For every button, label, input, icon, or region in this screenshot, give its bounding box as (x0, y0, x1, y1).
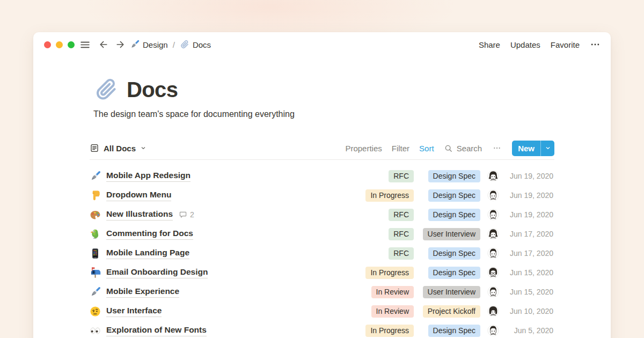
table-row[interactable]: New Illustrations 2 RFC Design Spec Jun … (90, 205, 554, 224)
breadcrumb-separator: / (173, 40, 175, 49)
point-down-icon (90, 190, 101, 201)
avatar (487, 286, 499, 298)
toolbar-item-filter[interactable]: Filter (392, 144, 409, 153)
row-date: Jun 5, 2020 (503, 326, 554, 335)
type-tag[interactable]: Design Spec (428, 325, 480, 337)
search-icon (444, 144, 453, 153)
row-date: Jun 17, 2020 (503, 230, 554, 238)
type-tag[interactable]: Design Spec (428, 247, 480, 260)
type-tag[interactable]: Project Kickoff (423, 305, 480, 318)
type-tag[interactable]: User Interview (423, 228, 480, 240)
table-row[interactable]: Exploration of New Fonts In Progress Des… (90, 321, 554, 338)
type-tag[interactable]: Design Spec (428, 189, 480, 202)
status-tag[interactable]: In Progress (365, 267, 414, 279)
paperclip-icon (180, 40, 189, 49)
table-row[interactable]: Mobile App Redesign RFC Design Spec Jun … (90, 166, 554, 186)
doc-title[interactable]: Mobile Landing Page (106, 247, 189, 259)
parrot-icon (90, 229, 101, 240)
doc-title[interactable]: Mobile App Redesign (106, 170, 191, 182)
chevron-down-icon (545, 145, 551, 151)
back-icon[interactable] (98, 39, 109, 50)
doc-title[interactable]: Mobile Experience (106, 286, 179, 298)
doc-title[interactable]: Commenting for Docs (106, 228, 193, 240)
status-tag[interactable]: In Progress (365, 325, 414, 337)
minimize-window-button[interactable] (56, 41, 63, 48)
doc-title[interactable]: Email Onboarding Design (106, 267, 208, 278)
mailbox-icon (90, 267, 101, 278)
row-date: Jun 19, 2020 (503, 172, 554, 180)
doc-title[interactable]: Dropdown Menu (106, 189, 171, 201)
row-date: Jun 10, 2020 (503, 307, 554, 315)
doc-title[interactable]: User Interface (106, 305, 162, 317)
paintbrush-icon (130, 40, 140, 49)
share-button[interactable]: Share (479, 40, 500, 49)
more-options-icon[interactable] (590, 39, 601, 50)
toolbar-item-sort[interactable]: Sort (419, 144, 434, 153)
row-date: Jun 17, 2020 (503, 249, 554, 258)
comment-icon (179, 210, 187, 219)
toolbar-item-properties[interactable]: Properties (345, 144, 382, 153)
docs-table: Mobile App Redesign RFC Design Spec Jun … (90, 166, 554, 338)
toolbar-more-icon[interactable] (493, 144, 501, 152)
breadcrumb: Design / Docs (130, 40, 211, 49)
search-button[interactable]: Search (444, 144, 482, 153)
breadcrumb-item-docs[interactable]: Docs (180, 40, 211, 49)
app-window: Design / Docs Share Updates Favorite Doc… (33, 32, 611, 338)
table-row[interactable]: Email Onboarding Design In Progress Desi… (90, 263, 554, 282)
favorite-button[interactable]: Favorite (551, 40, 580, 49)
status-tag[interactable]: RFC (389, 228, 414, 240)
view-selector[interactable]: All Docs (90, 143, 147, 153)
close-window-button[interactable] (44, 41, 51, 48)
avatar (487, 305, 499, 317)
table-row[interactable]: Dropdown Menu In Progress Design Spec Ju… (90, 186, 554, 205)
type-tag[interactable]: User Interview (423, 286, 480, 298)
view-label: All Docs (104, 144, 136, 153)
comment-count[interactable]: 2 (179, 210, 194, 219)
updates-button[interactable]: Updates (510, 40, 540, 49)
paperclip-icon (93, 77, 119, 102)
breadcrumb-item-design[interactable]: Design (130, 40, 168, 49)
status-tag[interactable]: RFC (389, 170, 414, 182)
new-button-label: New (512, 141, 540, 156)
list-view-icon (90, 143, 99, 153)
paintbrush-icon (90, 171, 101, 182)
status-tag[interactable]: In Review (371, 286, 414, 298)
type-tag[interactable]: Design Spec (428, 170, 480, 182)
table-row[interactable]: Commenting for Docs RFC User Interview J… (90, 224, 554, 244)
menu-icon[interactable] (79, 39, 91, 50)
new-dropdown-button[interactable] (541, 141, 554, 156)
forward-icon[interactable] (115, 39, 126, 50)
traffic-lights (44, 41, 75, 48)
avatar (487, 325, 499, 336)
table-toolbar: All Docs PropertiesFilterSort Search New (90, 140, 554, 156)
table-row[interactable]: Mobile Landing Page RFC Design Spec Jun … (90, 244, 554, 263)
row-date: Jun 15, 2020 (503, 268, 554, 277)
doc-title[interactable]: Exploration of New Fonts (106, 325, 207, 336)
page-subtitle: The design team's space for documenting … (90, 109, 554, 119)
status-tag[interactable]: In Progress (365, 189, 414, 202)
window-titlebar: Design / Docs Share Updates Favorite (33, 32, 611, 57)
zoom-window-button[interactable] (68, 41, 75, 48)
breadcrumb-label: Design (143, 40, 168, 49)
status-tag[interactable]: In Review (371, 305, 414, 318)
row-date: Jun 19, 2020 (503, 210, 554, 219)
type-tag[interactable]: Design Spec (428, 209, 480, 221)
doc-title[interactable]: New Illustrations (106, 209, 173, 221)
palette-icon (90, 209, 101, 221)
chevron-down-icon (140, 145, 147, 151)
avatar (487, 247, 499, 259)
row-date: Jun 19, 2020 (503, 191, 554, 200)
paintbrush-icon (90, 286, 101, 298)
status-tag[interactable]: RFC (389, 209, 414, 221)
status-tag[interactable]: RFC (389, 247, 414, 260)
page-title: Docs (127, 78, 178, 102)
table-divider (90, 159, 554, 160)
avatar (487, 209, 499, 221)
eyes-icon (90, 325, 101, 336)
new-button[interactable]: New (512, 141, 554, 156)
avatar (487, 189, 499, 201)
phone-icon (90, 248, 101, 259)
table-row[interactable]: Mobile Experience In Review User Intervi… (90, 282, 554, 302)
table-row[interactable]: User Interface In Review Project Kickoff… (90, 302, 554, 321)
type-tag[interactable]: Design Spec (428, 267, 480, 279)
